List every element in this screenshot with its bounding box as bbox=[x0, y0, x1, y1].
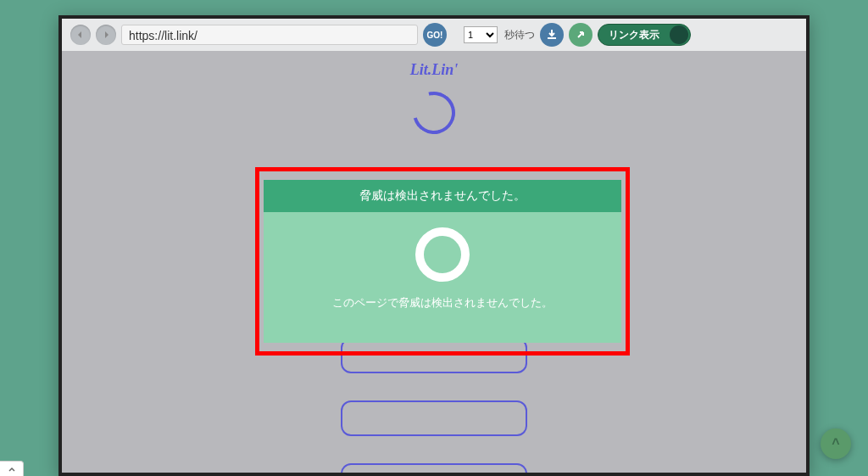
scan-message: このページで脅威は検出されませんでした。 bbox=[332, 295, 553, 311]
toggle-knob bbox=[670, 25, 688, 44]
scan-body: このページで脅威は検出されませんでした。 bbox=[264, 212, 621, 311]
link-pill-2[interactable] bbox=[341, 400, 527, 436]
download-icon bbox=[546, 29, 558, 41]
link-toggle-label: リンク表示 bbox=[609, 28, 659, 42]
link-pill-3[interactable] bbox=[341, 463, 527, 473]
brand-logo: Lit.Lin' bbox=[410, 61, 459, 79]
share-icon bbox=[575, 29, 587, 41]
url-input[interactable]: https://lit.link/ bbox=[121, 25, 418, 45]
chevron-up-icon bbox=[8, 465, 16, 473]
forward-button[interactable] bbox=[96, 25, 116, 45]
scan-header: 脅威は検出されませんでした。 bbox=[264, 180, 621, 212]
link-display-toggle[interactable]: リンク表示 bbox=[598, 24, 691, 46]
content-area: Lit.Lin' 脅威は検出されませんでした。 このページで脅威は検出されません… bbox=[62, 51, 806, 473]
arrow-left-icon bbox=[75, 30, 86, 40]
scan-result-overlay: 脅威は検出されませんでした。 このページで脅威は検出されませんでした。 bbox=[255, 167, 630, 356]
chevron-up-icon: ^ bbox=[832, 436, 839, 451]
arrow-right-icon bbox=[101, 30, 111, 40]
scan-ok-circle-icon bbox=[415, 227, 470, 282]
scan-card: 脅威は検出されませんでした。 このページで脅威は検出されませんでした。 bbox=[264, 180, 621, 343]
wait-label: 秒待つ bbox=[504, 28, 535, 42]
share-button[interactable] bbox=[569, 23, 593, 47]
loading-spinner-icon bbox=[405, 84, 463, 142]
browser-frame: https://lit.link/ GO! 1 秒待つ リンク表示 Lit.Li… bbox=[58, 15, 810, 476]
scroll-top-fab[interactable]: ^ bbox=[821, 428, 851, 459]
go-button[interactable]: GO! bbox=[423, 23, 447, 47]
wait-select[interactable]: 1 bbox=[464, 26, 498, 43]
toolbar: https://lit.link/ GO! 1 秒待つ リンク表示 bbox=[62, 19, 806, 51]
browser-inner: https://lit.link/ GO! 1 秒待つ リンク表示 Lit.Li… bbox=[62, 19, 806, 473]
download-button[interactable] bbox=[540, 23, 564, 47]
back-button[interactable] bbox=[70, 25, 91, 45]
corner-expand-button[interactable] bbox=[0, 461, 24, 476]
